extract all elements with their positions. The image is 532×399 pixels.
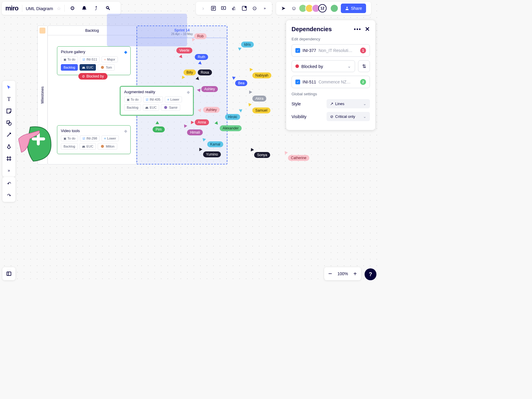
tag-priority: ≡Lower [102, 135, 119, 141]
comment-icon[interactable] [241, 4, 247, 12]
cursor-arrow-icon [156, 121, 159, 124]
search-icon[interactable]: 🔍︎ [104, 4, 112, 12]
checkbox-icon: ✓ [295, 48, 300, 53]
jira-icon: ◆ [124, 129, 127, 133]
tag-id: ☑INI-298 [80, 135, 100, 141]
timer-icon[interactable]: ⊙ [251, 4, 258, 12]
dependency-badge: 2 [360, 79, 366, 85]
style-value: Lines [335, 102, 344, 106]
dependency-item-2[interactable]: ✓ INI-511 Commence NZ… 2 [292, 76, 370, 88]
thumbs-up-icon[interactable]: 👍︎ [231, 4, 237, 12]
relation-label: Blocked by [301, 64, 323, 69]
dependency-item-1[interactable]: ✓ INI-377 Non_IT Resoluti… 1 [292, 44, 370, 57]
blocked-by-badge[interactable]: ⊘Blocked by [78, 73, 107, 80]
cursor-billy: Billy [183, 69, 196, 75]
svg-point-10 [8, 122, 11, 125]
board-title[interactable]: UML Diagram [26, 6, 53, 11]
card-title: Picture gallery [61, 50, 127, 54]
avatar-stack[interactable]: 12 [300, 4, 327, 12]
ticket-card-augmented-reality[interactable]: ◆ Augmented reality ▣To do ☑INI-435 ≡Low… [120, 86, 194, 115]
export-icon[interactable]: ⤴ [92, 4, 100, 12]
logo[interactable]: miro [5, 4, 18, 12]
tag-backlog: Backlog [61, 143, 78, 150]
tag-backlog: Backlog [61, 64, 78, 71]
notifications-icon[interactable]: 🔔︎ [80, 4, 88, 12]
edit-dependency-label: Edit dependency [292, 37, 370, 41]
svg-line-11 [7, 133, 11, 137]
expand-icon[interactable]: › [200, 4, 206, 12]
pen-tool[interactable] [5, 142, 13, 151]
svg-rect-16 [7, 272, 11, 276]
sticky-tool[interactable] [5, 107, 13, 115]
visibility-value: Critical only [335, 114, 355, 119]
more-icon[interactable]: » [262, 4, 268, 12]
tag-id: ☑INI-511 [80, 56, 100, 62]
cursor-idris: Idris [241, 42, 254, 48]
share-button-label: Share [351, 6, 362, 11]
chevron-down-icon: ⌄ [363, 114, 366, 119]
cursor-follow-icon[interactable]: ➤ [279, 4, 287, 12]
milestone-avatar [39, 28, 45, 34]
cursor-kamal: Kamal [207, 141, 223, 147]
cursor-pim: Pim [153, 126, 165, 132]
dependencies-title: Dependencies [292, 26, 332, 33]
avatar-overflow-count[interactable]: 12 [318, 4, 327, 12]
more-tools[interactable]: » [5, 166, 13, 175]
checkbox-icon: ✓ [295, 80, 300, 84]
svg-point-8 [346, 7, 348, 8]
tag-status: ▣To do [61, 135, 78, 141]
present-icon[interactable] [221, 4, 227, 12]
shape-tool[interactable] [5, 119, 13, 127]
cursor-hiroki: Hiroki [225, 114, 240, 120]
cursor-ruth: Ruth [195, 54, 208, 60]
avatar-self[interactable] [330, 4, 338, 12]
share-button[interactable]: Share [341, 4, 366, 13]
zoom-out-button[interactable]: − [328, 270, 332, 278]
panel-toggle-button[interactable] [2, 267, 15, 280]
select-tool[interactable] [5, 83, 13, 91]
dependency-id: INI-511 [303, 80, 316, 84]
cursor-catherine: Catherine [288, 155, 309, 161]
help-button[interactable]: ? [365, 268, 376, 280]
tag-assignee: Tom [98, 64, 115, 71]
redo-button[interactable]: ↷ [5, 191, 13, 200]
alert-icon: ⊘ [82, 74, 85, 78]
status-dot-icon [295, 64, 299, 68]
topbar-tools: › 👍︎ ⊙ » [196, 2, 272, 15]
ticket-card-video-tools[interactable]: ◆ Video tools ▣To do ☑INI-298 ≡Lower Bac… [57, 125, 131, 154]
cursor-yumino: Yumino [203, 151, 221, 157]
zoom-level[interactable]: 100% [338, 271, 348, 276]
frame-tool[interactable] [5, 154, 13, 163]
cursor-arrow-icon [198, 61, 202, 64]
sprint-drop-zone[interactable] [107, 14, 187, 46]
star-icon[interactable]: ☆ [57, 6, 61, 11]
tag-team: 👥︎EUC [80, 143, 96, 150]
line-tool[interactable] [5, 131, 13, 139]
text-tool[interactable]: T [5, 95, 13, 103]
ticket-card-picture-gallery[interactable]: ◆ Picture gallery ▣To do ☑INI-511 ≈Major… [57, 46, 131, 75]
visibility-select[interactable]: ⊘ Critical only ⌄ [327, 112, 370, 121]
relation-select[interactable]: Blocked by ⌄ [292, 60, 355, 72]
dependencies-panel: Dependencies ••• ✕ Edit dependency ✓ INI… [286, 20, 375, 130]
cursor-himali: Himali [187, 129, 203, 135]
visibility-label: Visibility [292, 114, 306, 119]
style-select[interactable]: ↗ Lines ⌄ [327, 99, 370, 108]
swap-direction-button[interactable]: ⇅ [358, 60, 370, 72]
tag-id: ☑INI-435 [143, 96, 163, 102]
tag-priority: ≡Lower [165, 96, 182, 102]
tag-backlog: Backlog [124, 104, 141, 111]
undo-button[interactable]: ↶ [5, 179, 13, 188]
cursor-ashley-2: Ashley [203, 107, 220, 113]
reactions-icon[interactable]: ☺ [290, 4, 298, 12]
close-icon[interactable]: ✕ [365, 26, 370, 33]
zoom-in-button[interactable]: + [353, 270, 357, 277]
notes-icon[interactable] [210, 4, 217, 12]
jira-icon: ◆ [187, 90, 190, 94]
more-options-icon[interactable]: ••• [354, 26, 361, 32]
tag-assignee: Milton [98, 143, 117, 150]
settings-icon[interactable]: ⚙ [68, 4, 77, 12]
tag-assignee: Samir [161, 104, 180, 111]
hand-illustration [18, 124, 54, 163]
global-settings-label: Global settings [292, 92, 370, 96]
chevron-down-icon: ⌄ [363, 102, 366, 106]
